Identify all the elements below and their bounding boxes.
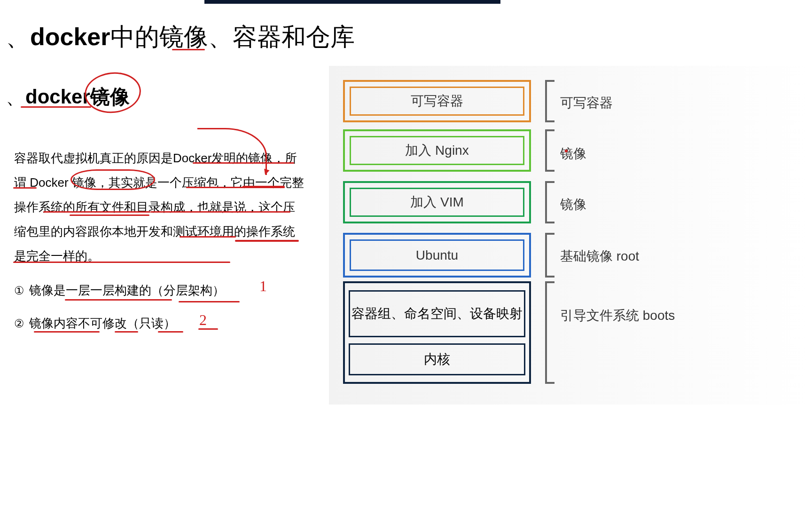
- underline-annotation: [13, 262, 230, 263]
- underline-annotation: [158, 331, 183, 333]
- bracket-label-3: 镜像: [560, 196, 586, 214]
- underline-annotation: [65, 299, 172, 301]
- underline-annotation: [235, 240, 299, 242]
- num-2-icon: ②: [14, 317, 24, 330]
- layer-diagram: 可写容器 加入 Nginx 加入 VIM Ubuntu 容器组、命名空间、设备映…: [329, 66, 812, 405]
- underline-annotation: [21, 106, 91, 108]
- underline-annotation: [172, 49, 205, 50]
- point1-text: 镜像是一层一层构建的（分层架构）: [29, 283, 225, 297]
- underline-annotation: [43, 211, 150, 213]
- layer-kernel: 内核: [349, 343, 525, 375]
- underline-annotation: [115, 331, 138, 333]
- bracket-icon: [545, 281, 554, 384]
- arrow-annotation: [197, 128, 267, 175]
- underline-annotation: [179, 301, 240, 302]
- red-mark-2: 2: [199, 311, 207, 329]
- layer-cgroup: 容器组、命名空间、设备映射: [349, 290, 525, 337]
- title-prefix: 、: [6, 24, 30, 50]
- circle-annotation: [70, 169, 155, 190]
- bracket-icon: [545, 233, 554, 278]
- bracket-label-1: 可写容器: [560, 94, 613, 112]
- bullet-point-2: ②镜像内容不可修改（只读）: [14, 315, 176, 332]
- bracket-label-5: 引导文件系统 boots: [560, 306, 675, 325]
- section-prefix: 、: [6, 86, 25, 108]
- title-rest: 中的镜像、容器和仓库: [110, 23, 355, 50]
- underline-annotation: [242, 186, 285, 188]
- bracket-label-2: 镜像: [560, 145, 586, 163]
- underline-annotation: [150, 211, 290, 213]
- point2-text: 镜像内容不可修改（只读）: [29, 316, 176, 330]
- title-bold: docker: [30, 23, 110, 50]
- layer-vim: 加入 VIM: [343, 181, 531, 223]
- bullet-point-1: ①镜像是一层一层构建的（分层架构）: [14, 282, 225, 299]
- layer-writable-container: 可写容器: [343, 80, 531, 122]
- bracket-label-4: 基础镜像 root: [560, 247, 639, 265]
- underline-annotation: [198, 328, 218, 330]
- layer-bootfs-group: 容器组、命名空间、设备映射 内核: [343, 281, 531, 384]
- layer-ubuntu: Ubuntu: [343, 233, 531, 278]
- underline-annotation: [70, 214, 149, 216]
- underline-annotation: [180, 236, 236, 238]
- bracket-icon: [545, 129, 554, 172]
- num-1-icon: ①: [14, 284, 24, 297]
- underline-annotation: [34, 331, 100, 333]
- layer-nginx: 加入 Nginx: [343, 129, 531, 172]
- bracket-icon: [545, 80, 554, 122]
- bracket-icon: [545, 181, 554, 223]
- underline-annotation: [13, 187, 37, 189]
- red-mark-1: 1: [259, 278, 267, 295]
- red-dot-annotation: [565, 150, 568, 152]
- top-dark-bar: [204, 0, 500, 4]
